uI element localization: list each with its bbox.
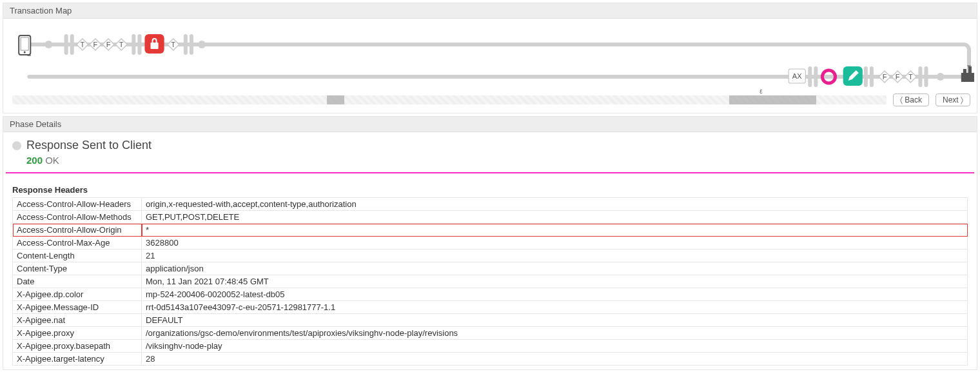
header-row: Access-Control-Allow-Headersorigin,x-req…: [13, 198, 968, 211]
svg-text:AX: AX: [792, 72, 802, 80]
svg-rect-28: [814, 66, 818, 87]
header-row: X-Apigee.proxy.basepath/viksinghv-node-p…: [13, 340, 968, 353]
header-row: X-Apigee.Message-IDrrt-0d5143a107ee43097…: [13, 301, 968, 314]
header-value: 28: [142, 353, 968, 366]
header-value: *: [142, 224, 968, 237]
header-key: Content-Type: [13, 262, 142, 275]
header-value: /organizations/gsc-demo/environments/tes…: [142, 327, 968, 340]
timeline-row: ε 〈 Back Next 〉: [3, 90, 977, 113]
header-key: X-Apigee.nat: [13, 314, 142, 327]
policy-diamond[interactable]: F: [90, 39, 101, 50]
header-value: Mon, 11 Jan 2021 07:48:45 GMT: [142, 275, 968, 288]
back-button[interactable]: 〈 Back: [893, 93, 929, 106]
svg-rect-20: [924, 66, 928, 87]
response-headers-title: Response Headers: [12, 185, 968, 195]
svg-text:F: F: [106, 41, 111, 48]
phase-details-title: Phase Details: [3, 117, 977, 132]
phase-title-row: Response Sent to Client: [3, 136, 977, 152]
policy-diamond[interactable]: T: [77, 39, 88, 50]
header-value: origin,x-requested-with,accept,content-t…: [142, 198, 968, 211]
header-value: 3628800: [142, 237, 968, 250]
svg-rect-9: [132, 34, 135, 55]
header-value: GET,PUT,POST,DELETE: [142, 211, 968, 224]
header-value: DEFAULT: [142, 314, 968, 327]
header-row: X-Apigee.target-latency28: [13, 353, 968, 366]
response-headers-section: Response Headers Access-Control-Allow-He…: [3, 173, 977, 369]
phase-name: Response Sent to Client: [26, 139, 152, 152]
flow-dot[interactable]: [198, 41, 206, 48]
flow-dot[interactable]: [937, 73, 945, 81]
policy-diamond[interactable]: F: [879, 71, 890, 83]
status-line: 200 OK: [3, 152, 977, 172]
svg-rect-25: [870, 66, 874, 87]
header-value: mp-524-200406-0020052-latest-db05: [142, 288, 968, 301]
svg-rect-4: [70, 34, 74, 55]
header-key: Access-Control-Allow-Origin: [13, 224, 142, 237]
policy-diamond[interactable]: F: [892, 71, 903, 83]
policy-diamond[interactable]: T: [168, 39, 179, 50]
header-row: X-Apigee.natDEFAULT: [13, 314, 968, 327]
svg-rect-16: [961, 73, 974, 82]
transaction-map-panel: Transaction Map TFFT: [3, 3, 977, 113]
svg-text:T: T: [80, 41, 84, 48]
header-row: Access-Control-Max-Age3628800: [13, 237, 968, 250]
header-key: X-Apigee.target-latency: [13, 353, 142, 366]
header-key: X-Apigee.proxy: [13, 327, 142, 340]
svg-text:F: F: [896, 73, 900, 81]
svg-rect-19: [918, 66, 922, 87]
policy-diamond[interactable]: T: [115, 39, 127, 50]
transaction-map-title: Transaction Map: [3, 3, 977, 19]
timeline-marker: ε: [760, 88, 762, 95]
header-row: X-Apigee.dp.colormp-524-200406-0020052-l…: [13, 288, 968, 301]
header-key: Date: [13, 275, 142, 288]
header-key: X-Apigee.dp.color: [13, 288, 142, 301]
svg-text:F: F: [93, 41, 98, 48]
header-key: Access-Control-Allow-Methods: [13, 211, 142, 224]
svg-rect-24: [864, 66, 868, 87]
svg-rect-3: [64, 34, 68, 55]
status-text: OK: [45, 155, 59, 166]
status-code: 200: [26, 155, 43, 166]
svg-text:T: T: [908, 73, 913, 81]
svg-point-2: [24, 52, 26, 54]
header-key: Access-Control-Max-Age: [13, 237, 142, 250]
header-row: DateMon, 11 Jan 2021 07:48:45 GMT: [13, 275, 968, 288]
header-row: Access-Control-Allow-Origin*: [13, 224, 968, 237]
phase-details-panel: Phase Details Response Sent to Client 20…: [3, 116, 977, 370]
header-value: 21: [142, 250, 968, 262]
edit-node-icon[interactable]: [843, 66, 863, 86]
header-value: application/json: [142, 262, 968, 275]
lock-node-icon[interactable]: [144, 34, 164, 54]
client-icon[interactable]: [19, 35, 30, 55]
phase-dot-icon: [12, 141, 21, 150]
flow-svg: TFFT T: [3, 19, 977, 90]
header-value: /viksinghv-node-play: [142, 340, 968, 353]
header-row: X-Apigee.proxy/organizations/gsc-demo/en…: [13, 327, 968, 340]
header-key: Content-Length: [13, 250, 142, 262]
svg-rect-14: [184, 34, 188, 55]
transaction-map-body: TFFT T: [3, 19, 977, 90]
svg-text:T: T: [119, 41, 124, 48]
svg-text:F: F: [883, 73, 887, 81]
header-key: X-Apigee.Message-ID: [13, 301, 142, 314]
next-button[interactable]: Next 〉: [936, 93, 970, 106]
header-row: Content-Length21: [13, 250, 968, 262]
svg-rect-1: [21, 37, 28, 50]
svg-rect-10: [137, 34, 141, 55]
policy-diamond[interactable]: F: [103, 39, 114, 50]
svg-rect-17: [963, 69, 966, 74]
header-row: Content-Typeapplication/json: [13, 262, 968, 275]
header-key: X-Apigee.proxy.basepath: [13, 340, 142, 353]
ax-node[interactable]: AX: [789, 69, 805, 83]
timeline-bar[interactable]: ε: [12, 95, 887, 104]
response-headers-table: Access-Control-Allow-Headersorigin,x-req…: [12, 197, 968, 366]
svg-text:T: T: [171, 41, 175, 48]
policy-diamond[interactable]: T: [905, 71, 916, 83]
flow-dot[interactable]: [44, 41, 52, 48]
svg-rect-12: [151, 43, 159, 49]
header-value: rrt-0d5143a107ee43097-c-eu-20571-1298177…: [142, 301, 968, 314]
svg-rect-15: [190, 34, 193, 55]
svg-rect-27: [808, 66, 812, 87]
svg-rect-18: [968, 66, 972, 74]
header-key: Access-Control-Allow-Headers: [13, 198, 142, 211]
